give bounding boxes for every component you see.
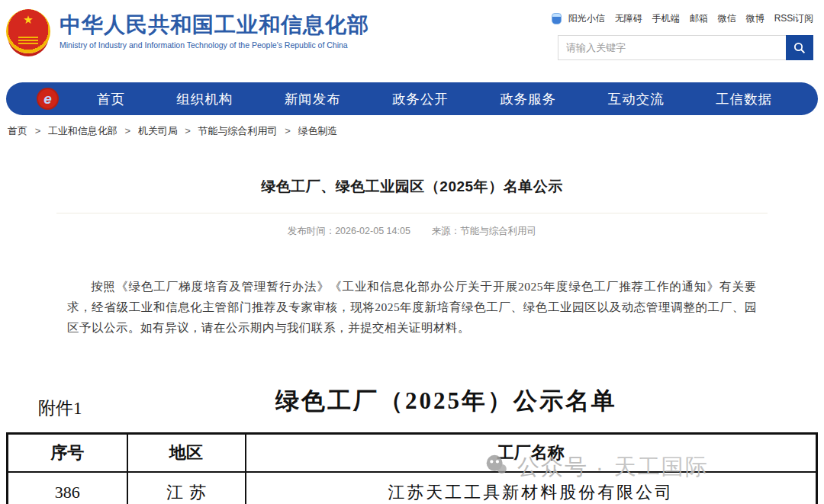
quick-link-sunshine[interactable]: 阳光小信 (568, 12, 605, 25)
table-row: 386 江苏 江苏天工工具新材料股份有限公司 (8, 472, 817, 504)
col-header-factory-name: 工厂名称 (246, 434, 817, 472)
sunshine-mascot-icon (552, 13, 562, 24)
col-header-index: 序号 (8, 434, 127, 472)
site-subtitle: Ministry of Industry and Information Tec… (60, 40, 369, 50)
breadcrumb-home[interactable]: 首页 (8, 125, 27, 136)
nav-items: 首页 组织机构 新闻发布 政务公开 政务服务 互动交流 工信数据 (97, 90, 772, 108)
source-label: 来源： (432, 226, 461, 236)
attachment-label: 附件1 (38, 396, 82, 420)
quick-link-wechat[interactable]: 微信 (718, 12, 736, 25)
header-right: 阳光小信 无障碍 手机端 邮箱 微信 微博 RSSi订阅 (558, 12, 813, 60)
cell-index: 386 (8, 472, 127, 504)
col-header-region: 地区 (127, 434, 246, 472)
article-title: 绿色工厂、绿色工业园区（2025年）名单公示 (0, 177, 824, 197)
breadcrumb-separator: > (285, 125, 291, 136)
cell-factory-name: 江苏天工工具新材料股份有限公司 (246, 472, 817, 504)
title-divider (56, 213, 768, 213)
nav-item-home[interactable]: 首页 (97, 90, 125, 108)
breadcrumb-miit[interactable]: 工业和信息化部 (48, 125, 117, 136)
green-factory-table: 序号 地区 工厂名称 386 江苏 江苏天工工具新材料股份有限公司 (6, 432, 818, 504)
nav-item-organization[interactable]: 组织机构 (176, 90, 233, 108)
breadcrumb-departments[interactable]: 机关司局 (138, 125, 178, 136)
site-brand: ★ 中华人民共和国工业和信息化部 Ministry of Industry an… (6, 9, 369, 53)
quick-link-rss[interactable]: RSSi订阅 (774, 12, 813, 25)
emblem-star-icon: ★ (23, 14, 33, 25)
emblem-gate-icon (18, 37, 38, 44)
cell-region: 江苏 (127, 472, 246, 504)
source-value: 节能与综合利用司 (460, 226, 536, 236)
nav-item-gov-disclosure[interactable]: 政务公开 (392, 90, 449, 108)
quick-link-mobile[interactable]: 手机端 (652, 12, 680, 25)
table-header-row: 序号 地区 工厂名称 (8, 434, 817, 472)
main-nav: e 首页 组织机构 新闻发布 政务公开 政务服务 互动交流 工信数据 (6, 82, 818, 115)
breadcrumb-separator: > (35, 125, 41, 136)
breadcrumb: 首页 > 工业和信息化部 > 机关司局 > 节能与综合利用司 > 绿色制造 (0, 115, 824, 143)
attachment-section: 附件1 绿色工厂（2025年）公示名单 (0, 385, 824, 422)
nav-item-news[interactable]: 新闻发布 (285, 90, 341, 108)
quick-link-mail[interactable]: 邮箱 (690, 12, 708, 25)
search-button[interactable] (786, 35, 813, 60)
search-icon (793, 41, 806, 55)
attachment-heading: 绿色工厂（2025年）公示名单 (275, 385, 617, 417)
site-title: 中华人民共和国工业和信息化部 (60, 13, 369, 37)
breadcrumb-separator: > (124, 125, 130, 136)
search-input[interactable] (558, 35, 786, 60)
search-bar (558, 35, 813, 60)
breadcrumb-energy-dept[interactable]: 节能与综合利用司 (198, 125, 278, 136)
site-header: ★ 中华人民共和国工业和信息化部 Ministry of Industry an… (0, 0, 824, 78)
publish-time-label: 发布时间： (288, 226, 336, 236)
quick-link-accessibility[interactable]: 无障碍 (615, 12, 642, 25)
nav-item-data[interactable]: 工信数据 (716, 90, 772, 108)
quick-links: 阳光小信 无障碍 手机端 邮箱 微信 微博 RSSi订阅 (558, 12, 813, 25)
article-meta: 发布时间：2026-02-05 14:05来源：节能与综合利用司 (0, 225, 824, 238)
miit-gear-logo-icon: e (38, 89, 57, 108)
breadcrumb-green-manufacturing[interactable]: 绿色制造 (298, 125, 337, 136)
brand-text: 中华人民共和国工业和信息化部 Ministry of Industry and … (60, 13, 369, 49)
quick-link-weibo[interactable]: 微博 (746, 12, 764, 25)
nav-item-gov-services[interactable]: 政务服务 (500, 90, 556, 108)
article-paragraph: 按照《绿色工厂梯度培育及管理暂行办法》《工业和信息化部办公厅关于开展2025年度… (67, 276, 757, 338)
breadcrumb-separator: > (185, 125, 191, 136)
national-emblem-icon: ★ (6, 9, 50, 53)
nav-item-interaction[interactable]: 互动交流 (608, 90, 665, 108)
publish-time: 2026-02-05 14:05 (335, 226, 410, 236)
